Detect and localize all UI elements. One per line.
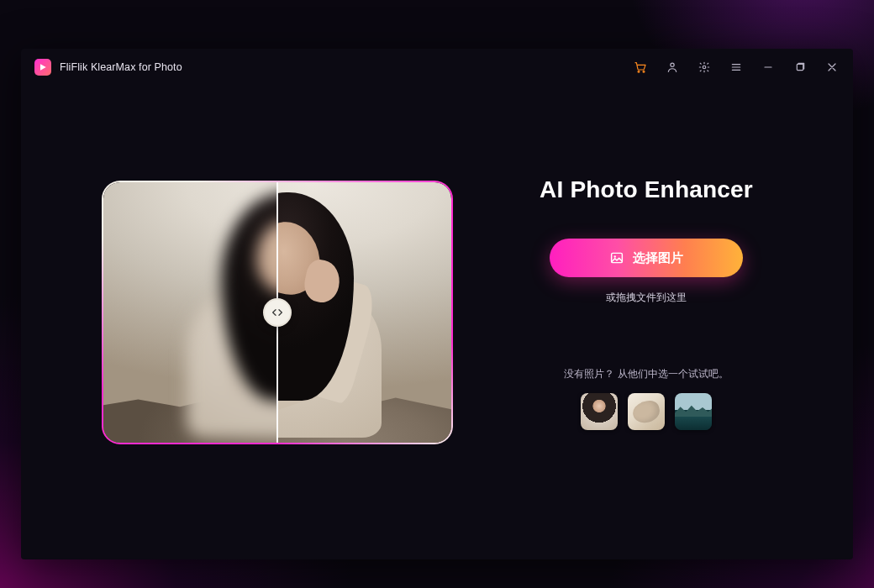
- minimize-button[interactable]: [761, 60, 776, 75]
- svg-point-0: [638, 71, 640, 72]
- settings-button[interactable]: [697, 60, 712, 75]
- title-bar: FliFlik KlearMax for Photo: [21, 49, 853, 86]
- maximize-button[interactable]: [792, 60, 808, 75]
- title-left: FliFlik KlearMax for Photo: [34, 59, 182, 76]
- action-panel: AI Photo Enhancer 选择图片 或拖拽文件到这里 没有照片？ 从他…: [520, 181, 772, 430]
- compare-slider-handle[interactable]: [263, 298, 292, 327]
- account-button[interactable]: [665, 60, 680, 75]
- chevrons-horizontal-icon: [271, 306, 284, 319]
- choose-image-label: 选择图片: [633, 250, 683, 266]
- sample-thumb-3[interactable]: [675, 393, 712, 430]
- samples-label: 没有照片？ 从他们中选一个试试吧。: [564, 367, 728, 381]
- maximize-restore-icon: [793, 60, 807, 74]
- svg-rect-4: [797, 64, 803, 70]
- main-content: AI Photo Enhancer 选择图片 或拖拽文件到这里 没有照片？ 从他…: [21, 86, 853, 559]
- choose-image-button[interactable]: 选择图片: [550, 239, 743, 277]
- cart-button[interactable]: [633, 60, 648, 75]
- svg-point-2: [671, 63, 674, 66]
- comparison-preview: [102, 181, 453, 444]
- svg-point-1: [643, 71, 645, 72]
- headline: AI Photo Enhancer: [540, 176, 753, 203]
- cart-icon: [634, 60, 647, 74]
- sample-thumb-1[interactable]: [581, 393, 618, 430]
- user-icon: [666, 60, 679, 74]
- image-icon: [609, 250, 624, 265]
- svg-point-6: [614, 255, 616, 257]
- svg-point-3: [703, 66, 705, 68]
- minimize-icon: [761, 60, 775, 74]
- preview-scene: [103, 182, 451, 443]
- close-icon: [825, 60, 839, 74]
- menu-icon: [729, 60, 743, 74]
- close-button[interactable]: [824, 60, 840, 75]
- title-right: [633, 60, 840, 75]
- app-logo-icon: [38, 62, 48, 72]
- app-window: FliFlik KlearMax for Photo: [21, 49, 853, 559]
- sample-thumb-2[interactable]: [628, 393, 665, 430]
- drag-hint: 或拖拽文件到这里: [606, 291, 687, 305]
- gear-icon: [698, 60, 711, 74]
- app-title: FliFlik KlearMax for Photo: [60, 61, 182, 73]
- sample-thumbnails: [581, 393, 712, 430]
- app-logo: [34, 59, 51, 76]
- menu-button[interactable]: [729, 60, 744, 75]
